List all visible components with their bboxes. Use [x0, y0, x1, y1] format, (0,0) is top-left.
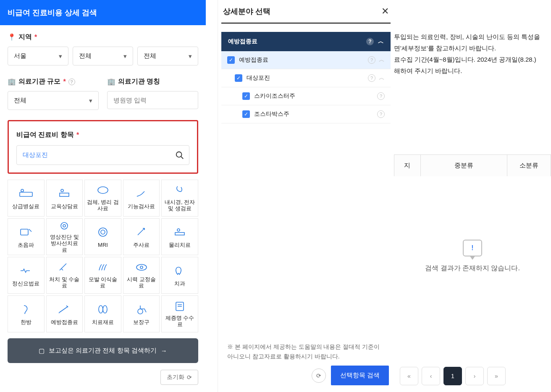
eye-icon: [134, 261, 149, 274]
tab-sub[interactable]: 소분류: [507, 155, 551, 176]
info-line: 투입되는 의료인력, 장비, 시술의 난이도 등의 특성을: [394, 31, 551, 42]
page-prev-button[interactable]: ‹: [422, 367, 440, 385]
region-select-2-value: 전체: [144, 52, 156, 60]
region-label: 📍 지역 *: [8, 33, 198, 42]
search-icon[interactable]: [175, 151, 184, 160]
hand-icon: [134, 186, 149, 201]
cat-aid[interactable]: 보장구: [123, 295, 160, 332]
cat-dental[interactable]: 치과: [161, 257, 198, 294]
cat-function[interactable]: 기능검사료: [123, 180, 160, 217]
tab-mid[interactable]: 중분류: [421, 155, 508, 176]
cat-label: 검체, 병리 검사료: [87, 199, 119, 212]
cat-mri[interactable]: MRI: [84, 218, 121, 255]
help-icon[interactable]: ?: [368, 74, 375, 82]
cat-surgery[interactable]: 처치 및 수술료: [46, 257, 83, 294]
required-marker: *: [63, 78, 66, 86]
help-icon[interactable]: ?: [368, 56, 375, 64]
modal-refresh-button[interactable]: ⟳: [312, 368, 326, 383]
cat-label: 예방접종료: [51, 319, 78, 326]
region-label-text: 지역: [18, 33, 32, 42]
svg-point-16: [99, 306, 103, 313]
cat-physio[interactable]: 물리치료: [161, 218, 198, 255]
tab-region[interactable]: 지: [394, 155, 421, 176]
arrow-right-icon: →: [161, 347, 167, 354]
tree-node-vaccine[interactable]: ✓예방접종료 ?︿: [221, 51, 391, 69]
cat-counsel[interactable]: 교육상담료: [46, 180, 83, 217]
page-first-button[interactable]: «: [400, 367, 418, 385]
brain-icon: [19, 264, 33, 278]
name-label: 🏢 의료기관 명칭: [107, 77, 198, 86]
help-icon[interactable]: ?: [366, 38, 374, 45]
region-select-0-value: 서울: [14, 52, 26, 60]
tree-node-sky[interactable]: ✓스카이조스터주 ?: [221, 87, 391, 105]
refresh-icon: ⟳: [187, 374, 192, 381]
cat-specimen[interactable]: 검체, 병리 검사료: [84, 180, 121, 217]
cat-hair[interactable]: 모발 이식술료: [84, 257, 121, 294]
cat-psych[interactable]: 정신요법료: [8, 257, 45, 294]
svg-point-18: [138, 309, 143, 314]
cat-injection[interactable]: 주사료: [123, 218, 160, 255]
cat-label: 제증명 수수료: [163, 315, 196, 328]
tree-label: 조스타박스주: [254, 110, 289, 118]
accordion-header[interactable]: 예방접종료 ? ︿: [221, 32, 391, 51]
cat-ultrasound[interactable]: 초음파: [8, 218, 45, 255]
checkbox-checked-icon[interactable]: ✓: [227, 56, 235, 64]
svg-point-0: [176, 152, 182, 157]
modal-note: ※ 본 페이지에서 제공하는 도움말의 내용은 절대적 기준이 아니오니 참고자…: [227, 342, 385, 361]
card-icon: ▢: [39, 347, 45, 355]
close-icon[interactable]: ✕: [381, 6, 389, 17]
full-search-button[interactable]: ▢ 보고싶은 의료기관 전체 항목 검색하기 →: [8, 338, 198, 363]
result-tabs: 지 중분류 소분류: [394, 154, 551, 176]
help-icon[interactable]: ?: [68, 78, 75, 85]
info-line: 해하여 주시기 바랍니다.: [394, 65, 551, 76]
speech-bubble-icon: !: [463, 240, 482, 256]
cat-vision[interactable]: 시력 교정술료: [123, 257, 160, 294]
required-marker: *: [76, 131, 79, 139]
detail-modal: 상세분야 선택 ✕ 예방접종료 ? ︿ ✓예방접종료 ?︿ ✓대상포진 ?︿ ✓…: [218, 0, 394, 392]
cat-label: 보장구: [133, 319, 150, 326]
svg-point-14: [136, 264, 147, 270]
cat-radiology[interactable]: 영상진단 및 방사선치료료: [46, 218, 83, 255]
help-icon[interactable]: ?: [377, 110, 385, 118]
category-grid: 상급병실료 교육상담료 검체, 병리 검사료 기능검사료 내시경, 전자 및 생…: [8, 180, 198, 332]
cat-label: 치과: [174, 280, 185, 287]
help-icon[interactable]: ?: [377, 92, 385, 100]
building-icon: 🏢: [8, 78, 16, 86]
svg-point-15: [140, 266, 143, 269]
modal-submit-button[interactable]: 선택항목 검색: [331, 366, 389, 385]
page-current[interactable]: 1: [443, 367, 462, 385]
cat-material[interactable]: 치료재료: [84, 295, 121, 332]
cat-label: 모발 이식술료: [87, 276, 119, 289]
item-search-input[interactable]: [16, 145, 189, 165]
search-panel: 비급여 진료비용 상세 검색 📍 지역 * 서울▾ 전체▾ 전체▾ 🏢 의료기관…: [0, 0, 206, 392]
cat-label: 교육상담료: [51, 203, 78, 210]
svg-point-10: [99, 228, 107, 236]
region-select-1[interactable]: 전체▾: [73, 47, 134, 65]
tree-node-zostavax[interactable]: ✓조스타박스주 ?: [221, 105, 391, 123]
svg-rect-7: [21, 229, 28, 235]
hospital-name-input[interactable]: [107, 91, 198, 109]
cat-cert[interactable]: 제증명 수수료: [161, 295, 198, 332]
cat-oriental[interactable]: 한방: [8, 295, 45, 332]
checkbox-checked-icon[interactable]: ✓: [242, 110, 250, 118]
tree-node-shingles[interactable]: ✓대상포진 ?︿: [221, 69, 391, 87]
region-select-1-value: 전체: [79, 52, 92, 60]
chevron-down-icon: ▾: [123, 52, 127, 60]
cat-premium-room[interactable]: 상급병실료: [8, 180, 45, 217]
page-next-button[interactable]: ›: [465, 367, 484, 385]
checkbox-checked-icon[interactable]: ✓: [235, 74, 242, 82]
vaccine-icon: [57, 302, 71, 316]
region-select-0[interactable]: 서울▾: [8, 47, 68, 65]
ultrasound-icon: [19, 225, 33, 239]
checkbox-checked-icon[interactable]: ✓: [242, 92, 250, 100]
region-select-2[interactable]: 전체▾: [137, 47, 198, 65]
cat-vaccine[interactable]: 예방접종료: [46, 295, 83, 332]
page-last-button[interactable]: »: [487, 367, 506, 385]
mri-icon: [96, 225, 110, 239]
hair-icon: [96, 261, 110, 274]
exclamation-icon: !: [471, 244, 473, 252]
tree-label: 대상포진: [247, 74, 270, 82]
reset-button[interactable]: 초기화 ⟳: [160, 370, 198, 385]
size-select[interactable]: 전체▾: [8, 91, 99, 110]
cat-endoscopy[interactable]: 내시경, 전자 및 생검료: [161, 180, 198, 217]
